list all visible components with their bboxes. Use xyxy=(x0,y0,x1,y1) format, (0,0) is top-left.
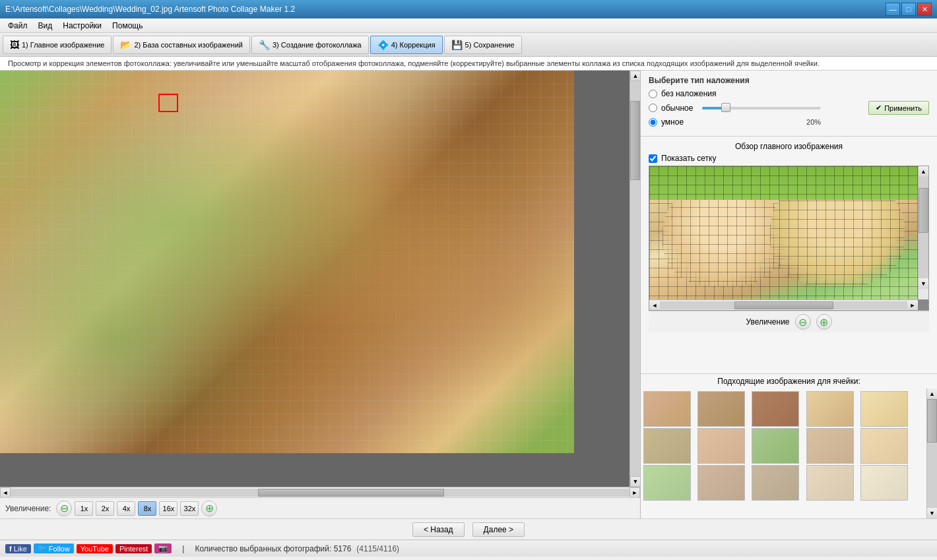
selected-cell[interactable] xyxy=(158,94,178,112)
left-panel: ▲ ▼ ◄ ► Увеличение: ⊖ 1x 2x 4x 8x 16x xyxy=(0,71,640,518)
pvscroll-up[interactable]: ▲ xyxy=(919,166,928,177)
menu-help[interactable]: Помощь xyxy=(107,20,148,32)
zoom-2x-button[interactable]: 2x xyxy=(96,501,114,516)
thumbnail-item[interactable] xyxy=(752,465,799,501)
thumbnail-item[interactable] xyxy=(860,391,908,427)
thumbnail-item[interactable] xyxy=(806,428,854,464)
step4-button[interactable]: 💠 4) Коррекция xyxy=(370,36,443,54)
thumbnail-item[interactable] xyxy=(752,428,799,464)
thumbnails-title: Подходящие изображения для ячейки: xyxy=(641,374,937,389)
zoom-8x-button[interactable]: 8x xyxy=(138,501,156,516)
bg-grid xyxy=(649,166,918,200)
zoom-4x-button[interactable]: 4x xyxy=(117,501,135,516)
facebook-button[interactable]: f Like xyxy=(5,544,31,553)
collage-container[interactable] xyxy=(0,71,630,487)
next-button[interactable]: Далее > xyxy=(472,522,525,537)
apply-button[interactable]: ✔ Применить xyxy=(868,101,929,115)
zoom-controls: Увеличение: ⊖ 1x 2x 4x 8x 16x 32x ⊕ xyxy=(0,497,640,518)
vscroll-down-button[interactable]: ▼ xyxy=(630,476,640,487)
menu-file[interactable]: Файл xyxy=(3,20,33,32)
minimize-button[interactable]: — xyxy=(886,3,900,16)
step3-button[interactable]: 🔧 3) Создание фотоколлажа xyxy=(251,36,369,54)
preview-zoom-label: Увеличение xyxy=(746,317,789,327)
tscroll-down[interactable]: ▼ xyxy=(927,508,937,518)
percent-label: 20% xyxy=(806,118,821,126)
collage-canvas xyxy=(0,71,574,453)
zoom-increase-button[interactable]: ⊕ xyxy=(201,501,217,516)
vscroll-up-button[interactable]: ▲ xyxy=(630,71,640,81)
zoom-label: Увеличение: xyxy=(5,504,51,513)
preview-zoom-decrease[interactable]: ⊖ xyxy=(795,314,811,330)
right-panel: Выберите тип наложения без наложения обы… xyxy=(640,71,937,518)
step4-label: 4) Коррекция xyxy=(391,41,436,49)
preview-vertical-scrollbar[interactable]: ▲ ▼ xyxy=(918,166,928,299)
step3-label: 3) Создание фотоколлажа xyxy=(273,41,362,49)
phscroll-left[interactable]: ◄ xyxy=(649,300,660,311)
thumbnail-item[interactable] xyxy=(643,391,691,427)
back-button[interactable]: < Назад xyxy=(412,522,465,537)
hscroll-left-button[interactable]: ◄ xyxy=(0,487,11,498)
yt-label: YouTube xyxy=(81,545,109,553)
zoom-1x-button[interactable]: 1x xyxy=(75,501,93,516)
zoom-16x-button[interactable]: 16x xyxy=(159,501,178,516)
twitter-button[interactable]: 🐦 Follow xyxy=(34,544,74,553)
thumbnail-item[interactable] xyxy=(697,428,745,464)
background-area xyxy=(649,166,918,200)
menu-settings[interactable]: Настройки xyxy=(57,20,107,32)
zoom-32x-button[interactable]: 32x xyxy=(180,501,199,516)
thumbnail-item[interactable] xyxy=(697,465,745,501)
instagram-button[interactable]: 📷 xyxy=(154,544,172,553)
step5-button[interactable]: 💾 5) Сохранение xyxy=(444,36,522,54)
phscroll-thumb[interactable] xyxy=(734,301,833,309)
overlay-smart-radio[interactable] xyxy=(649,118,657,127)
tscroll-up[interactable]: ▲ xyxy=(927,389,937,399)
preview-section: Обзор главного изображения Показать сетк… xyxy=(641,137,937,373)
pinterest-button[interactable]: Pinterest xyxy=(115,544,152,553)
opacity-slider-thumb[interactable] xyxy=(721,103,730,112)
tw-icon: 🐦 xyxy=(38,544,47,553)
overlay-normal-radio[interactable] xyxy=(649,104,657,112)
coords-label: (4115/4116) xyxy=(356,544,399,553)
thumbnail-item[interactable] xyxy=(806,465,854,501)
step2-button[interactable]: 📂 2) База составных изображений xyxy=(113,36,249,54)
maximize-button[interactable]: □ xyxy=(901,3,916,16)
youtube-button[interactable]: YouTube xyxy=(77,544,113,553)
step2-label: 2) База составных изображений xyxy=(134,41,242,49)
phscroll-right[interactable]: ► xyxy=(907,300,918,311)
horizontal-scrollbar[interactable]: ◄ ► xyxy=(0,487,640,497)
thumbnail-item[interactable] xyxy=(860,428,908,464)
pvscroll-thumb[interactable] xyxy=(919,188,928,233)
thumbnail-item[interactable] xyxy=(752,391,799,427)
hscroll-right-button[interactable]: ► xyxy=(630,487,640,498)
thumbnail-item[interactable] xyxy=(643,465,691,501)
pinterest-label: Pinterest xyxy=(119,545,148,553)
overlay-none-radio[interactable] xyxy=(649,90,657,98)
menu-view[interactable]: Вид xyxy=(33,20,58,32)
thumbnail-item[interactable] xyxy=(860,465,908,501)
preview-image xyxy=(649,166,918,299)
hscroll-thumb[interactable] xyxy=(258,489,443,497)
tscroll-thumb[interactable] xyxy=(927,399,937,443)
zoom-decrease-button[interactable]: ⊖ xyxy=(56,501,72,516)
window-controls: — □ ✕ xyxy=(886,3,932,16)
vscroll-thumb[interactable] xyxy=(630,101,640,180)
overlay-none-row: без наложения xyxy=(649,89,929,98)
overlay-normal-label: обычное xyxy=(661,104,693,113)
main-vertical-scrollbar[interactable]: ▲ ▼ xyxy=(630,71,640,487)
thumbnail-item[interactable] xyxy=(643,428,691,464)
opacity-slider-track xyxy=(702,107,821,109)
pvscroll-down[interactable]: ▼ xyxy=(919,278,928,289)
preview-horizontal-scrollbar[interactable]: ◄ ► xyxy=(649,299,918,310)
thumbnails-scrollbar[interactable]: ▲ ▼ xyxy=(926,389,937,518)
pvscroll-track xyxy=(919,177,928,289)
preview-zoom-increase[interactable]: ⊕ xyxy=(816,314,832,330)
step1-button[interactable]: 🖼 1) Главное изображение xyxy=(3,36,112,54)
tw-follow-label: Follow xyxy=(49,545,70,553)
show-grid-checkbox[interactable] xyxy=(649,154,657,163)
preview-container[interactable]: ▲ ▼ ◄ ► xyxy=(649,166,929,311)
step1-label: 1) Главное изображение xyxy=(22,41,104,49)
thumbnail-item[interactable] xyxy=(806,391,854,427)
overlay-smart-label: умное xyxy=(661,117,684,127)
close-button[interactable]: ✕ xyxy=(917,3,932,16)
thumbnail-item[interactable] xyxy=(697,391,745,427)
